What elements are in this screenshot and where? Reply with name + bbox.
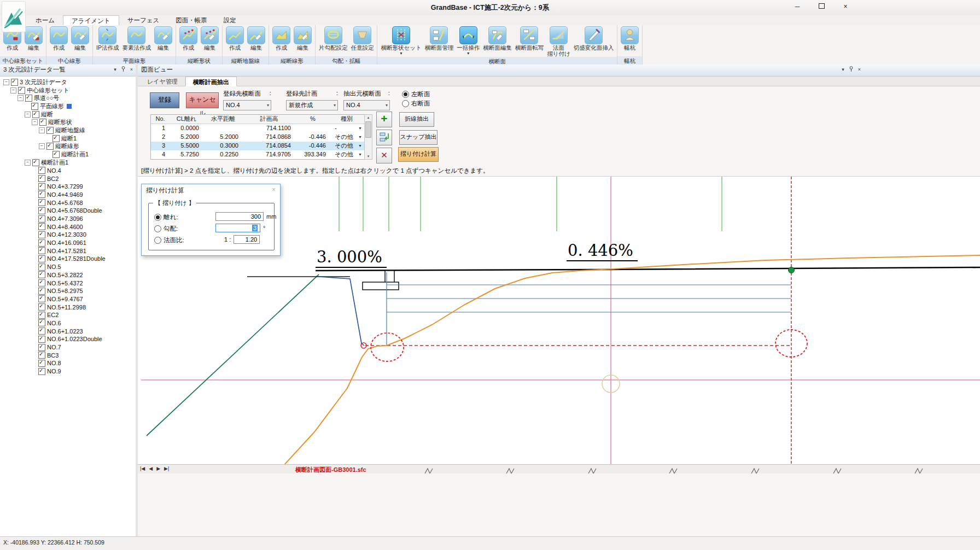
delete-row-button[interactable]: ✕ <box>376 148 392 163</box>
checked-checkbox-icon[interactable] <box>38 247 45 254</box>
maximize-button[interactable] <box>816 3 826 10</box>
checked-checkbox-icon[interactable] <box>38 295 45 302</box>
source-section-combo[interactable]: NO.4▾ <box>343 100 390 110</box>
ribbon-button-横断形状セット[interactable]: 横断形状セット▼ <box>380 26 422 55</box>
ribbon-button-横断面管理[interactable]: 横断面管理 <box>424 26 455 51</box>
tree-item-NO.4+7.3096[interactable]: NO.4+7.3096 <box>1 215 136 223</box>
checked-checkbox-icon[interactable] <box>38 223 45 230</box>
ribbon-button-編集[interactable]: 編集 <box>70 26 90 51</box>
tree-item-NO.6+1.0223Double[interactable]: NO.6+1.0223Double <box>1 335 136 343</box>
tree-item-NO.5+8.2975[interactable]: NO.5+8.2975 <box>1 287 136 295</box>
tree-expander-icon[interactable]: − <box>39 127 45 133</box>
ribbon-button-幅杭[interactable]: 幅杭 <box>620 26 640 51</box>
checked-checkbox-icon[interactable] <box>38 327 45 335</box>
checked-checkbox-icon[interactable] <box>38 336 45 343</box>
checked-checkbox-icon[interactable] <box>38 264 45 271</box>
sheet-next-icon[interactable]: ▶ <box>156 466 160 471</box>
scrollbar-thumb[interactable] <box>365 121 371 138</box>
cancel-button[interactable]: キャンセル <box>186 92 219 108</box>
minimize-button[interactable]: ─ <box>792 3 802 10</box>
tree-item-NO.5+9.4767[interactable]: NO.5+9.4767 <box>1 295 136 303</box>
tree-expander-icon[interactable]: − <box>39 143 45 149</box>
chevron-down-icon[interactable]: ▼ <box>358 142 362 150</box>
ribbon-button-横断面転写[interactable]: 横断面転写 <box>514 26 545 51</box>
grade-input[interactable]: 3 <box>215 224 260 232</box>
checked-checkbox-icon[interactable] <box>32 159 39 166</box>
ribbon-button-要素法作成[interactable]: 要素法作成 <box>121 26 152 51</box>
tree-item-縦断形状[interactable]: −縦断形状 <box>1 118 136 126</box>
ribbon-button-作成[interactable]: 作成 <box>178 26 199 51</box>
checked-checkbox-icon[interactable] <box>38 344 45 351</box>
tree-item-NO.4+8.4600[interactable]: NO.4+8.4600 <box>1 223 136 231</box>
checked-checkbox-icon[interactable] <box>46 143 54 150</box>
tree-item-NO.4+12.3030[interactable]: NO.4+12.3030 <box>1 231 136 239</box>
ribbon-tab-ホーム[interactable]: ホーム <box>27 15 63 25</box>
tree-item-NO.9[interactable]: NO.9 <box>1 367 136 376</box>
type-cell[interactable]: その他▼ <box>330 142 363 150</box>
tree-item-NO.4+17.5281[interactable]: NO.4+17.5281 <box>1 247 136 255</box>
add-row-button[interactable]: + <box>376 112 392 127</box>
checked-checkbox-icon[interactable] <box>38 199 45 206</box>
ribbon-tab-アライメント[interactable]: アライメント <box>63 15 119 26</box>
ribbon-button-切盛変化面挿入[interactable]: 切盛変化面挿入 <box>573 26 615 51</box>
offset-input[interactable] <box>215 212 264 221</box>
chevron-down-icon[interactable]: ▼ <box>358 150 362 159</box>
tree-item-NO.6+1.0223[interactable]: NO.6+1.0223 <box>1 327 136 335</box>
checked-checkbox-icon[interactable] <box>38 175 45 182</box>
checked-checkbox-icon[interactable] <box>31 103 38 110</box>
checked-checkbox-icon[interactable] <box>38 312 45 319</box>
dialog-close-icon[interactable]: × <box>272 186 276 194</box>
checked-checkbox-icon[interactable] <box>39 119 46 126</box>
view-close-icon[interactable]: × <box>858 67 861 72</box>
checked-checkbox-icon[interactable] <box>38 303 45 311</box>
right-section-radio[interactable]: 右断面 <box>402 99 430 108</box>
ribbon-button-編集[interactable]: 編集 <box>24 26 44 51</box>
tree-item-3 次元設計データ[interactable]: −3 次元設計データ <box>1 78 136 86</box>
tree-item-NO.5+5.4372[interactable]: NO.5+5.4372 <box>1 279 136 287</box>
register-button[interactable]: 登録 <box>150 92 179 108</box>
chevron-down-icon[interactable]: ▼ <box>358 133 362 142</box>
tree-expander-icon[interactable]: − <box>3 79 9 85</box>
checked-checkbox-icon[interactable] <box>38 352 45 359</box>
slope-ratio-radio[interactable] <box>154 237 161 244</box>
view-collapse-icon[interactable]: ▾ <box>842 67 844 72</box>
ribbon-button-作成[interactable]: 作成 <box>271 26 291 51</box>
table-row[interactable]: 35.50000.3000714.0854-0.446その他▼ <box>151 142 364 150</box>
tree-item-BC3[interactable]: BC3 <box>1 351 136 359</box>
snap-extract-button[interactable]: スナップ抽出 <box>399 130 438 145</box>
checked-checkbox-icon[interactable] <box>38 271 45 278</box>
tree-expander-icon[interactable]: − <box>25 112 31 118</box>
checked-checkbox-icon[interactable] <box>46 127 54 134</box>
document-tab[interactable]: 横断計画図面-GB3001.sfc <box>295 466 366 474</box>
ribbon-button-編集[interactable]: 編集 <box>246 26 266 51</box>
left-section-radio[interactable]: 左断面 <box>402 90 430 99</box>
table-row[interactable]: 45.72500.2250714.9705393.349その他▼ <box>151 150 364 159</box>
checked-checkbox-icon[interactable] <box>38 167 45 174</box>
tree-item-縦断線形[interactable]: −縦断線形 <box>1 143 136 151</box>
ribbon-tab-サーフェス[interactable]: サーフェス <box>119 15 168 25</box>
tree-item-県道○○号[interactable]: −県道○○号 <box>1 94 136 102</box>
ribbon-button-編集[interactable]: 編集 <box>293 26 313 51</box>
tree-item-NO.6[interactable]: NO.6 <box>1 319 136 327</box>
ribbon-button-編集[interactable]: 編集 <box>200 26 220 51</box>
tree-item-NO.4+5.6768Double[interactable]: NO.4+5.6768Double <box>1 207 136 215</box>
tree-item-縦断1[interactable]: 縦断1 <box>1 134 136 143</box>
checked-checkbox-icon[interactable] <box>38 215 45 223</box>
tree-expander-icon[interactable]: − <box>32 119 38 125</box>
tree-item-NO.5+11.2998[interactable]: NO.5+11.2998 <box>1 303 136 311</box>
tree-item-NO.8[interactable]: NO.8 <box>1 359 136 367</box>
checked-checkbox-icon[interactable] <box>38 360 45 367</box>
checked-checkbox-icon[interactable] <box>25 95 32 102</box>
tree-expander-icon[interactable]: − <box>25 160 31 166</box>
checked-checkbox-icon[interactable] <box>38 368 45 375</box>
target-plan-combo[interactable]: 新規作成▾ <box>286 100 338 110</box>
tree-item-縦断計画1[interactable]: 縦断計画1 <box>1 150 136 159</box>
checked-checkbox-icon[interactable] <box>52 135 60 142</box>
ribbon-button-編集[interactable]: 編集 <box>153 26 173 51</box>
sheet-last-icon[interactable]: ▶| <box>164 466 169 471</box>
tree-item-NO.7[interactable]: NO.7 <box>1 343 136 352</box>
panel-pin-icon[interactable] <box>121 66 125 73</box>
ribbon-button-片勾配設定[interactable]: 片勾配設定 <box>318 26 349 51</box>
tree-item-BC2[interactable]: BC2 <box>1 174 136 183</box>
sheet-prev-icon[interactable]: ◀ <box>149 466 153 471</box>
